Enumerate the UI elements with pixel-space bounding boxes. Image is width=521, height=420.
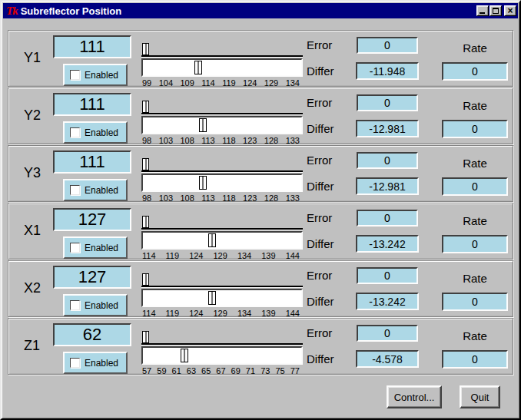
rate-slider-handle[interactable]: [142, 273, 149, 286]
differ-label: Differ: [307, 180, 334, 193]
position-slider[interactable]: [141, 174, 303, 192]
tick-label: 124: [189, 309, 203, 318]
rate-slider-handle[interactable]: [142, 331, 149, 343]
axis-label: Z1: [24, 338, 40, 354]
position-slider[interactable]: [141, 289, 303, 307]
rate-column: Rate 0: [441, 88, 509, 144]
rate-slider[interactable]: [141, 330, 303, 345]
differ-label: Differ: [307, 122, 334, 135]
enabled-checkbox-group[interactable]: Enabled: [63, 352, 128, 374]
enabled-checkbox[interactable]: [70, 358, 80, 368]
slider-tick-labels: 99104109114119124129134: [141, 78, 300, 88]
error-label: Error: [307, 38, 332, 51]
close-button[interactable]: ×: [504, 5, 516, 16]
axis-row: X1 127 Enabled 114119124129134139144 Err…: [8, 203, 513, 260]
tick-label: 71: [246, 366, 255, 375]
rate-column: Rate 0: [441, 146, 509, 201]
rate-value: 0: [442, 120, 508, 138]
enabled-checkbox-group[interactable]: Enabled: [63, 294, 128, 316]
axis-label: Y2: [24, 107, 41, 124]
rate-value: 0: [442, 177, 508, 196]
rate-label: Rate: [441, 99, 509, 112]
button-bar: Control... Quit: [2, 385, 519, 408]
tick-label: 67: [216, 366, 225, 375]
slider-block: 98103108113118123128133: [141, 157, 303, 203]
rate-slider[interactable]: [141, 215, 303, 230]
axis-row: Y1 111 Enabled 99104109114119124129134 E…: [8, 30, 513, 87]
tick-label: 144: [286, 251, 300, 260]
error-value: 0: [357, 325, 418, 342]
tick-label: 118: [222, 136, 236, 145]
differ-label: Differ: [307, 295, 334, 308]
enabled-checkbox[interactable]: [70, 70, 80, 80]
position-slider-handle[interactable]: [199, 118, 207, 132]
tick-label: 134: [286, 78, 300, 88]
slider-block: 114119124129134139144: [141, 215, 303, 260]
tick-label: 108: [180, 193, 194, 203]
rate-column: Rate 0: [441, 319, 509, 374]
position-slider[interactable]: [141, 58, 303, 77]
control-button[interactable]: Control...: [387, 385, 442, 408]
enabled-checkbox[interactable]: [70, 300, 80, 310]
position-value-display: 62: [53, 323, 131, 346]
tick-label: 139: [261, 251, 275, 260]
position-slider-handle[interactable]: [208, 291, 216, 305]
title-bar[interactable]: Tk Subreflector Position ×: [3, 3, 518, 18]
rate-column: Rate 0: [441, 261, 509, 316]
tick-label: 63: [187, 366, 196, 375]
tick-label: 65: [201, 366, 211, 375]
position-slider-handle[interactable]: [208, 233, 216, 247]
rate-label: Rate: [441, 41, 509, 55]
rate-slider[interactable]: [141, 273, 303, 287]
maximize-button[interactable]: [489, 5, 502, 16]
rate-slider-handle[interactable]: [142, 101, 149, 113]
position-slider[interactable]: [141, 116, 303, 134]
enabled-checkbox-group[interactable]: Enabled: [63, 64, 128, 86]
tick-label: 133: [286, 136, 300, 145]
position-slider-handle[interactable]: [181, 349, 188, 362]
axis-row: Z1 62 Enabled 5759616365676971737577 Err…: [8, 318, 513, 375]
minimize-button[interactable]: [476, 5, 489, 16]
error-value: 0: [357, 210, 418, 227]
tick-label: 144: [286, 309, 300, 318]
rate-label: Rate: [441, 157, 509, 170]
error-value: 0: [357, 152, 418, 169]
error-label: Error: [307, 154, 332, 167]
rate-slider[interactable]: [141, 157, 303, 172]
rate-slider[interactable]: [141, 100, 303, 114]
enabled-checkbox[interactable]: [70, 185, 80, 195]
enabled-checkbox-group[interactable]: Enabled: [63, 121, 128, 144]
quit-button[interactable]: Quit: [460, 385, 500, 408]
tick-label: 113: [201, 136, 215, 145]
tick-label: 128: [264, 136, 278, 145]
position-slider[interactable]: [141, 231, 303, 250]
position-value-display: 127: [53, 266, 131, 289]
tick-label: 123: [243, 136, 257, 145]
enabled-label: Enabled: [85, 70, 118, 81]
tick-label: 114: [142, 309, 156, 318]
rate-slider-handle[interactable]: [142, 216, 149, 228]
position-slider[interactable]: [141, 346, 303, 365]
slider-tick-labels: 114119124129134139144: [141, 251, 300, 260]
position-value-display: 127: [53, 208, 131, 231]
tick-label: 129: [214, 251, 227, 260]
tick-label: 119: [222, 78, 236, 88]
rate-slider[interactable]: [141, 42, 303, 57]
position-slider-handle[interactable]: [199, 176, 207, 190]
window-title: Subreflector Position: [21, 5, 476, 17]
tick-label: 103: [159, 193, 173, 203]
enabled-label: Enabled: [85, 243, 118, 253]
tick-label: 133: [286, 193, 300, 203]
enabled-checkbox[interactable]: [70, 127, 80, 137]
enabled-checkbox-group[interactable]: Enabled: [63, 179, 128, 201]
differ-value: -11.948: [356, 62, 419, 80]
enabled-checkbox-group[interactable]: Enabled: [63, 236, 128, 259]
position-slider-handle[interactable]: [194, 61, 202, 74]
enabled-checkbox[interactable]: [70, 243, 80, 253]
app-window: Tk Subreflector Position × Y1 111 Enable…: [0, 0, 521, 420]
position-value-display: 111: [53, 150, 131, 174]
differ-value: -13.242: [356, 235, 419, 253]
slider-block: 114119124129134139144: [141, 273, 303, 318]
rate-slider-handle[interactable]: [142, 158, 149, 170]
rate-slider-handle[interactable]: [142, 43, 149, 55]
